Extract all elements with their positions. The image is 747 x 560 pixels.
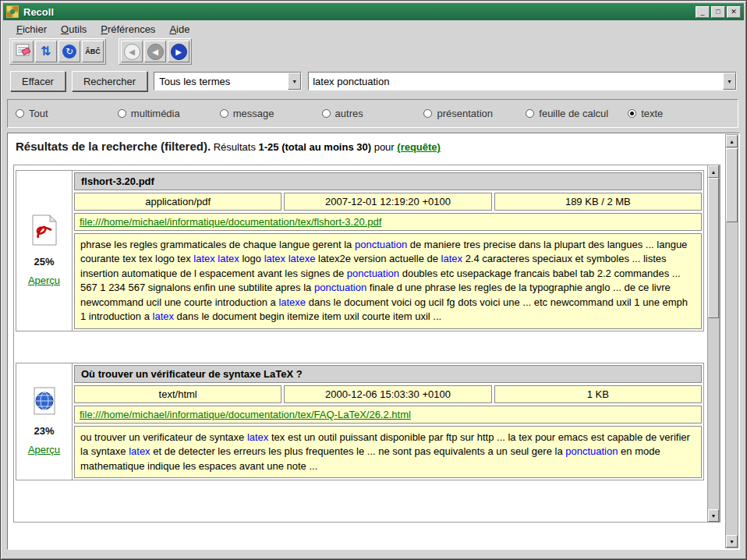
result-entry-left: 25% Aperçu — [16, 171, 73, 331]
radio-icon — [423, 109, 432, 118]
filter-radio-texte[interactable]: texte — [628, 108, 730, 119]
result-url-row: file:///home/michael/informatique/docume… — [74, 406, 702, 424]
search-input[interactable] — [309, 73, 723, 89]
radio-icon — [526, 109, 534, 118]
highlighted-term: latex — [129, 445, 150, 457]
result-title: Où trouver un vérificateur de syntaxe La… — [74, 365, 702, 383]
scroll-up-icon[interactable]: ▲ — [726, 135, 738, 147]
menu-item-preferences[interactable]: Préférences — [94, 22, 162, 37]
filter-radio-presentation[interactable]: présentation — [423, 108, 526, 119]
term-explorer-icon: ÂBĈ — [85, 48, 101, 55]
scroll-down-icon[interactable]: ▼ — [708, 509, 719, 522]
radio-icon — [322, 109, 331, 118]
filter-radio-message[interactable]: message — [220, 108, 322, 119]
result-meta-row: text/html 2000-12-06 15:03:30 +0100 1 KB — [74, 385, 702, 403]
result-entry-left: 23% Aperçu — [16, 363, 73, 480]
scroll-up-icon[interactable]: ▲ — [708, 165, 719, 178]
radio-label: multimédia — [131, 108, 180, 119]
results-count-word: Résultats — [214, 141, 256, 153]
scrollbar-thumb[interactable] — [726, 148, 738, 222]
result-date: 2007-12-01 12:19:20 +0100 — [284, 193, 491, 211]
highlighted-term: latex — [153, 310, 174, 322]
minimize-icon[interactable]: _ — [696, 6, 710, 18]
sort-arrows-icon: ⇅ — [41, 45, 51, 58]
toolbar-group-nav: ◀ ◀ ▶ — [119, 38, 192, 65]
results-range: 1-25 (total au moins 30) — [259, 141, 371, 153]
term-explorer-button[interactable]: ÂBĈ — [82, 41, 104, 62]
scroll-down-icon[interactable]: ▼ — [726, 535, 738, 548]
result-title: flshort-3.20.pdf — [74, 172, 702, 190]
results-title: Résultats de la recherche (filtered). — [16, 140, 211, 153]
result-entry: 23% Aperçu Où trouver un vérificateur de… — [16, 363, 704, 480]
radio-label: autres — [335, 108, 363, 119]
result-entry-right: Où trouver un vérificateur de syntaxe La… — [73, 363, 703, 480]
filter-radio-multimedia[interactable]: multimédia — [118, 108, 220, 119]
menu-bar: FichierOutilsPréférencesAide — [3, 20, 744, 37]
search-row: Effacer Rechercher Tous les termes ▼ ▼ — [3, 69, 744, 93]
scrollbar-thumb[interactable] — [708, 178, 719, 318]
document-history-icon: ↻ — [62, 44, 76, 58]
search-button[interactable]: Rechercher — [72, 71, 147, 91]
menu-item-fichier[interactable]: Fichier — [9, 22, 54, 37]
highlighted-term: latex latexe — [264, 253, 316, 264]
search-mode-select[interactable]: Tous les termes ▼ — [154, 72, 302, 90]
menu-item-outils[interactable]: Outils — [54, 22, 94, 37]
result-abstract: phrase les regles grammaticales de chaqu… — [74, 233, 702, 329]
results-list-scrollbar[interactable]: ▲ ▼ — [707, 165, 720, 523]
document-history-button[interactable]: ↻ — [58, 41, 80, 62]
clear-button[interactable]: Effacer — [10, 71, 65, 91]
radio-icon — [628, 109, 636, 118]
radio-icon — [220, 109, 228, 118]
sort-by-dates-button[interactable]: ⇅ — [35, 41, 57, 62]
pdf-file-icon — [31, 214, 58, 249]
chevron-down-icon[interactable]: ▼ — [723, 73, 736, 90]
previous-page-icon: ◀ — [147, 44, 164, 60]
maximize-icon[interactable]: □ — [711, 6, 725, 18]
radio-icon — [118, 109, 126, 118]
close-icon[interactable]: ✕ — [727, 6, 741, 18]
highlighted-term: latex — [441, 253, 462, 264]
preview-link[interactable]: Aperçu — [28, 444, 60, 455]
results-pour-word: pour — [374, 141, 395, 153]
result-size: 189 KB / 2 MB — [494, 193, 702, 211]
toolbar-group-main: ⇅ ↻ ÂBĈ — [9, 38, 106, 65]
window-title: Recoll — [23, 6, 694, 18]
query-details-link[interactable]: (requête) — [397, 141, 441, 153]
filter-radio-tout[interactable]: Tout — [16, 108, 118, 119]
chevron-down-icon[interactable]: ▼ — [288, 73, 301, 90]
result-url-link[interactable]: file:///home/michael/informatique/docume… — [80, 409, 411, 420]
first-page-icon: ◀ — [124, 44, 140, 60]
highlighted-term: ponctuation — [347, 268, 399, 279]
title-bar[interactable]: Recoll _ □ ✕ — [3, 3, 744, 20]
next-page-button[interactable]: ▶ — [168, 41, 189, 62]
erase-search-icon — [15, 42, 30, 61]
recoll-app-icon — [6, 5, 19, 18]
highlighted-term: ponctuation — [314, 282, 366, 293]
relevance-percent: 23% — [34, 425, 54, 437]
preview-link[interactable]: Aperçu — [28, 275, 60, 286]
relevance-percent: 25% — [34, 256, 54, 268]
menu-item-aide[interactable]: Aide — [162, 22, 196, 37]
radio-label: Tout — [29, 108, 48, 119]
highlighted-term: latex latex — [193, 253, 239, 264]
result-mime-type: application/pdf — [74, 193, 281, 211]
toolbar: ⇅ ↻ ÂBĈ ◀ ◀ ▶ — [3, 37, 744, 66]
radio-label: feuille de calcul — [539, 108, 608, 119]
html-file-icon — [32, 387, 57, 418]
search-mode-value: Tous les termes — [154, 76, 288, 87]
result-url-link[interactable]: file:///home/michael/informatique/docume… — [80, 216, 381, 228]
filter-radio-autres[interactable]: autres — [322, 108, 424, 119]
result-mime-type: text/html — [74, 385, 281, 403]
radio-icon — [16, 109, 24, 118]
radio-label: présentation — [437, 108, 493, 119]
results-pane-scrollbar[interactable]: ▲ ▼ — [725, 134, 738, 548]
highlighted-term: latexe — [278, 296, 306, 308]
highlighted-term: ponctuation — [355, 239, 407, 250]
result-entries: 25% Aperçu flshort-3.20.pdf application/… — [16, 165, 706, 522]
result-meta-row: application/pdf 2007-12-01 12:19:20 +010… — [74, 193, 702, 211]
filter-radio-feuille-de-calcul[interactable]: feuille de calcul — [526, 108, 628, 119]
search-query-combo[interactable]: ▼ — [308, 72, 737, 90]
first-page-button[interactable]: ◀ — [121, 41, 143, 62]
erase-search-button[interactable] — [12, 41, 34, 62]
previous-page-button[interactable]: ◀ — [144, 41, 166, 62]
